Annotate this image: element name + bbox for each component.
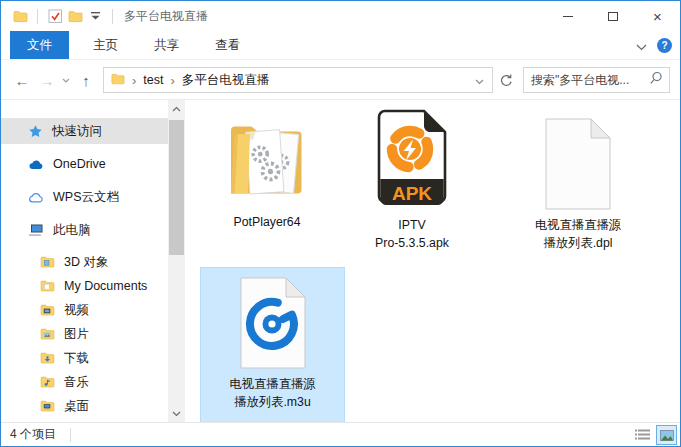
tab-view[interactable]: 查看: [203, 31, 252, 59]
thumbnail-view-button[interactable]: [656, 425, 677, 445]
window-title: 多平台电视直播: [124, 8, 208, 25]
sidebar-item-label: 此电脑: [53, 222, 91, 239]
file-item-potplayer64[interactable]: PotPlayer64: [194, 108, 340, 231]
ribbon-expand-button[interactable]: [636, 37, 647, 55]
up-button[interactable]: ↑: [73, 67, 99, 93]
titlebar-separator: [37, 9, 38, 24]
sidebar-item-label: 快速访问: [52, 123, 102, 140]
this-pc-icon: [28, 223, 44, 237]
breadcrumb-current-folder[interactable]: 多平台电视直播: [182, 72, 270, 89]
sidebar-scrollbar[interactable]: [168, 100, 185, 422]
sidebar-item-my-documents[interactable]: My Documents: [1, 274, 168, 298]
search-box: [523, 67, 670, 93]
minimize-button[interactable]: [545, 1, 590, 31]
item-count: 4 个项目: [10, 426, 56, 443]
music-folder-icon: [40, 376, 55, 388]
apk-file-icon: APK: [372, 105, 452, 211]
status-separator: [70, 428, 71, 442]
sidebar-item-label: 桌面: [64, 398, 89, 415]
documents-folder-icon: [40, 280, 55, 292]
forward-button[interactable]: →: [35, 67, 59, 93]
scroll-up-icon[interactable]: [168, 100, 185, 117]
navigation-pane: 快速访问 OneDrive WPS云文档 此电脑: [1, 100, 185, 422]
back-button[interactable]: ←: [9, 67, 35, 93]
titlebar: 多平台电视直播 ×: [1, 1, 680, 31]
tab-share[interactable]: 共享: [142, 31, 191, 59]
qat-new-folder-button[interactable]: [65, 5, 85, 27]
file-item-dpl-playlist[interactable]: 电视直播直播源 播放列表.dpl: [505, 115, 651, 252]
titlebar-separator: [112, 9, 113, 24]
sidebar-item-3d-objects[interactable]: 3D 对象: [1, 250, 168, 274]
pictures-folder-icon: [40, 328, 55, 340]
sidebar-item-label: My Documents: [64, 279, 147, 293]
tab-file[interactable]: 文件: [10, 31, 69, 59]
m3u-playlist-file-icon: [237, 274, 309, 370]
sidebar-item-onedrive[interactable]: OneDrive: [1, 151, 168, 177]
address-dropdown-button[interactable]: [471, 71, 488, 89]
main-area: 快速访问 OneDrive WPS云文档 此电脑: [1, 100, 680, 422]
explorer-app-icon: [10, 5, 30, 27]
help-button[interactable]: ?: [657, 38, 672, 53]
document-file-icon: [542, 115, 614, 211]
address-bar[interactable]: › test › 多平台电视直播: [103, 67, 493, 93]
window-controls: ×: [545, 1, 680, 31]
sidebar-item-label: 3D 对象: [64, 254, 108, 271]
qat-properties-button[interactable]: [45, 5, 65, 27]
breadcrumb-chevron-icon: ›: [171, 73, 175, 88]
explorer-window: 多平台电视直播 × 文件 主页 共享 查看 ? ← → ↑ ›: [0, 0, 681, 447]
file-item-m3u-playlist[interactable]: 电视直播直播源 播放列表.m3u: [200, 267, 345, 424]
scrollbar-thumb[interactable]: [169, 120, 184, 255]
desktop-folder-icon: [40, 400, 55, 412]
sidebar-item-wps-cloud[interactable]: WPS云文档: [1, 184, 168, 210]
file-item-iptv-pro-apk[interactable]: APK IPTV Pro-5.3.5.apk: [339, 105, 485, 252]
sidebar-item-quick-access[interactable]: 快速访问: [1, 118, 168, 144]
sidebar-item-label: 下载: [64, 350, 89, 367]
navigation-toolbar: ← → ↑ › test › 多平台电视直播: [1, 61, 680, 100]
tab-home[interactable]: 主页: [81, 31, 130, 59]
quick-access-star-icon: [28, 124, 43, 139]
downloads-folder-icon: [40, 352, 55, 364]
scroll-down-icon[interactable]: [168, 405, 185, 422]
details-view-button[interactable]: [632, 425, 653, 445]
file-label: IPTV Pro-5.3.5.apk: [375, 216, 449, 252]
folder-icon: [40, 256, 55, 268]
folder-open-icon: [221, 108, 313, 208]
file-label: PotPlayer64: [234, 213, 301, 231]
close-button[interactable]: ×: [635, 1, 680, 31]
file-label: 电视直播直播源 播放列表.dpl: [535, 216, 621, 252]
view-toggles: [632, 423, 677, 447]
recent-locations-dropdown[interactable]: [59, 67, 73, 93]
search-icon: [649, 71, 663, 89]
sidebar-item-desktop[interactable]: 桌面: [1, 394, 168, 418]
breadcrumb-test[interactable]: test: [143, 73, 163, 87]
address-folder-icon: [111, 71, 125, 89]
ribbon-tabs: 文件 主页 共享 查看 ?: [1, 31, 680, 60]
wps-cloud-icon: [28, 191, 44, 204]
videos-folder-icon: [40, 304, 55, 316]
maximize-button[interactable]: [590, 1, 635, 31]
maximize-icon: [608, 12, 618, 21]
sidebar-item-label: 图片: [64, 326, 89, 343]
sidebar-item-downloads[interactable]: 下载: [1, 346, 168, 370]
sidebar-item-pictures[interactable]: 图片: [1, 322, 168, 346]
sidebar-item-label: 音乐: [64, 374, 89, 391]
close-icon: ×: [653, 9, 662, 24]
sidebar-item-videos[interactable]: 视频: [1, 298, 168, 322]
onedrive-cloud-icon: [28, 158, 44, 171]
sidebar-item-label: WPS云文档: [53, 189, 119, 206]
sidebar-item-this-pc[interactable]: 此电脑: [1, 217, 168, 243]
apk-badge: APK: [392, 183, 432, 204]
breadcrumb-chevron-icon: ›: [132, 73, 136, 88]
minimize-icon: [563, 16, 573, 17]
qat-customize-dropdown[interactable]: [85, 5, 105, 27]
sidebar-item-music[interactable]: 音乐: [1, 370, 168, 394]
status-bar: 4 个项目: [1, 422, 680, 446]
sidebar-item-label: 视频: [64, 302, 89, 319]
sidebar-item-label: OneDrive: [53, 157, 106, 171]
file-list-pane[interactable]: PotPlayer64 APK IPTV: [185, 100, 680, 422]
search-input[interactable]: [531, 73, 649, 87]
refresh-button[interactable]: [493, 67, 518, 93]
file-label: 电视直播直播源 播放列表.m3u: [229, 375, 315, 411]
